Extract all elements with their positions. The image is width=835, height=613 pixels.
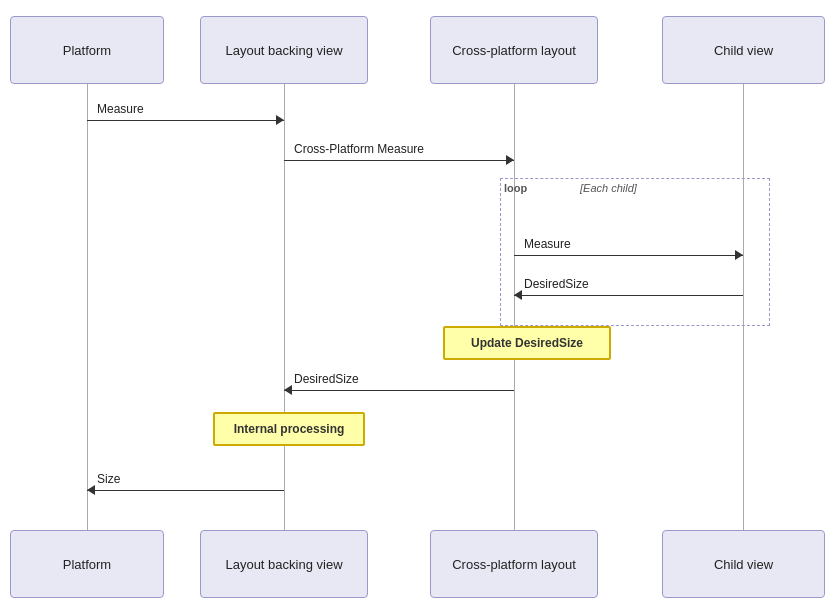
- loop-box: [500, 178, 770, 326]
- arrowhead-left-3: [514, 290, 522, 300]
- arrow-line-1: [284, 160, 514, 161]
- arrow-label-1: Cross-Platform Measure: [294, 142, 424, 156]
- arrowhead-left-4: [284, 385, 292, 395]
- arrowhead-right-1: [506, 155, 514, 165]
- arrow-line-4: [284, 390, 514, 391]
- actor-platform: Platform: [10, 16, 164, 84]
- loop-tag: loop: [504, 182, 527, 194]
- process-box-1: Internal processing: [213, 412, 365, 446]
- loop-label: [Each child]: [580, 182, 637, 194]
- arrowhead-right-0: [276, 115, 284, 125]
- lifeline-1: [284, 84, 285, 530]
- actor-bottom-platform-b: Platform: [10, 530, 164, 598]
- actor-layout-backing: Layout backing view: [200, 16, 368, 84]
- sequence-diagram: PlatformLayout backing viewCross-platfor…: [0, 0, 835, 613]
- actor-bottom-layout-backing-b: Layout backing view: [200, 530, 368, 598]
- actor-child-view: Child view: [662, 16, 825, 84]
- arrow-line-0: [87, 120, 284, 121]
- arrow-label-5: Size: [97, 472, 120, 486]
- arrowhead-right-2: [735, 250, 743, 260]
- actor-bottom-child-view-b: Child view: [662, 530, 825, 598]
- arrow-label-2: Measure: [524, 237, 571, 251]
- arrow-label-3: DesiredSize: [524, 277, 589, 291]
- arrow-line-3: [514, 295, 743, 296]
- arrow-line-2: [514, 255, 743, 256]
- actor-bottom-cross-platform-b: Cross-platform layout: [430, 530, 598, 598]
- actor-cross-platform: Cross-platform layout: [430, 16, 598, 84]
- arrowhead-left-5: [87, 485, 95, 495]
- lifeline-0: [87, 84, 88, 530]
- arrow-line-5: [87, 490, 284, 491]
- arrow-label-0: Measure: [97, 102, 144, 116]
- process-box-0: Update DesiredSize: [443, 326, 611, 360]
- arrow-label-4: DesiredSize: [294, 372, 359, 386]
